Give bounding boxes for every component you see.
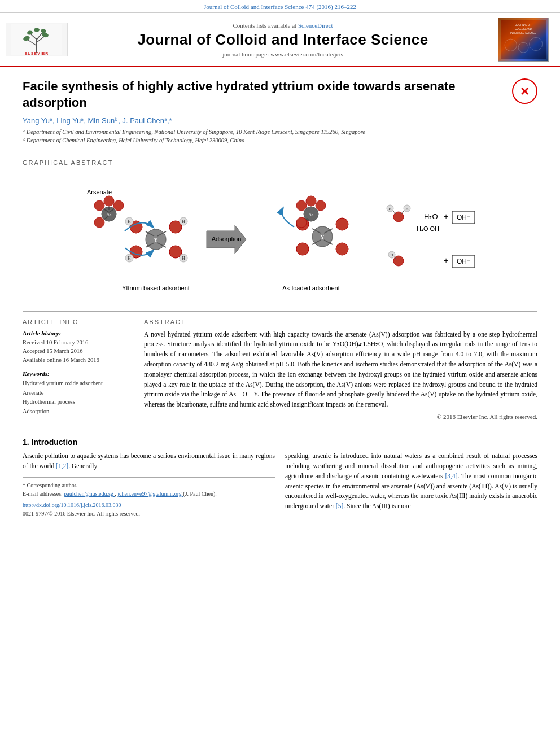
svg-point-55 [336, 243, 348, 255]
svg-text:OH⁻: OH⁻ [457, 257, 470, 265]
svg-point-42 [104, 196, 114, 206]
journal-title: Journal of Colloid and Interface Science [68, 31, 498, 49]
svg-point-53 [336, 218, 348, 230]
svg-text:H₂O: H₂O [424, 212, 438, 221]
svg-point-64 [296, 217, 307, 228]
intro-left-text: Arsenic pollution to aquatic systems has… [23, 451, 275, 471]
divider-2 [23, 311, 537, 312]
journal-header: ELSEVIER Contents lists available at Sci… [0, 13, 560, 67]
copyright-line: © 2016 Elsevier Inc. All rights reserved… [144, 413, 537, 420]
available-online-date: Available online 16 March 2016 [23, 356, 133, 365]
article-info-label: ARTICLE INFO [23, 318, 133, 325]
affiliation-b: ᵇ Department of Chemical Engineering, He… [23, 137, 537, 145]
intro-left-paragraph: Arsenic pollution to aquatic systems has… [23, 452, 275, 469]
svg-text:ELSEVIER: ELSEVIER [25, 51, 49, 55]
svg-text:Y: Y [321, 234, 325, 240]
article-history-title: Article history: [23, 330, 133, 337]
intro-right-text: speaking, arsenic is introduced into nat… [285, 452, 537, 509]
graphical-abstract-label: GRAPHICAL ABSTRACT [23, 159, 537, 166]
keyword-1: Hydrated yttrium oxide adsorbent [23, 379, 133, 388]
homepage-line: journal homepage: www.elsevier.com/locat… [68, 51, 498, 58]
keyword-4: Adsorption [23, 407, 133, 417]
svg-text:H: H [182, 256, 185, 261]
crossmark-icon: ✕ [520, 85, 530, 98]
svg-text:Y: Y [154, 237, 158, 243]
article-info-abstract: ARTICLE INFO Article history: Received 1… [23, 318, 537, 421]
svg-point-10 [34, 28, 40, 32]
article-title-section: Facile synthesis of highly active hydrat… [23, 67, 537, 116]
authors-text: Yang Yuᵃ, Ling Yuᵃ, Min Sunᵇ, J. Paul Ch… [23, 116, 172, 125]
footnote-section: * Corresponding author. E-mail addresses… [23, 477, 275, 518]
svg-text:H: H [128, 256, 131, 261]
email-note: E-mail addresses: paulchen@nus.edu.sg , … [23, 490, 275, 498]
corresponding-author-note: * Corresponding author. [23, 481, 275, 490]
elsevier-tree-svg: ELSEVIER [11, 24, 62, 55]
abstract-column: ABSTRACT A novel hydrated yttrium oxide … [144, 318, 537, 421]
svg-text:H: H [390, 253, 393, 257]
logo-box: ELSEVIER [6, 23, 68, 56]
svg-text:H: H [128, 219, 131, 224]
introduction-title: 1. Introduction [23, 438, 537, 447]
email-link-1[interactable]: paulchen@nus.edu.sg [64, 491, 115, 497]
elsevier-logo: ELSEVIER [6, 23, 68, 56]
svg-point-63 [316, 200, 326, 211]
graphical-abstract-container: H H H H Y As Arsenate [23, 172, 537, 304]
intro-left-col: Arsenic pollution to aquatic systems has… [23, 451, 275, 518]
svg-point-54 [296, 243, 309, 255]
svg-text:Arsenate: Arsenate [87, 189, 112, 195]
divider-3 [23, 427, 537, 427]
svg-text:JOURNAL OF: JOURNAL OF [515, 24, 531, 27]
main-content: Facile synthesis of highly active hydrat… [0, 67, 560, 518]
svg-text:OH⁻: OH⁻ [457, 213, 470, 221]
divider-1 [23, 152, 537, 152]
doi-link[interactable]: http://dx.doi.org/10.1016/j.jcis.2016.03… [23, 502, 121, 508]
svg-text:Adsorption: Adsorption [212, 235, 242, 242]
abstract-label: ABSTRACT [144, 318, 537, 325]
svg-text:+: + [444, 256, 448, 265]
keywords-title: Keywords: [23, 370, 133, 377]
svg-point-65 [306, 196, 316, 206]
abstract-text: A novel hydrated yttrium oxide adsorbent… [144, 330, 537, 410]
svg-text:As-loaded adsorbent: As-loaded adsorbent [282, 285, 340, 291]
svg-text:Yttrium based adsorbent: Yttrium based adsorbent [122, 285, 190, 291]
keyword-2: Arsenate [23, 388, 133, 398]
svg-text:As: As [309, 212, 314, 217]
ref-5[interactable]: [5] [336, 503, 343, 509]
graphical-abstract-svg: H H H H Y As Arsenate [68, 177, 492, 296]
svg-text:H₂O    OH⁻: H₂O OH⁻ [417, 225, 443, 232]
cover-svg: JOURNAL OF COLLOID AND INTERFACE SCIENCE [501, 18, 546, 62]
svg-text:H: H [405, 207, 408, 211]
keyword-3: Hydrothermal process [23, 397, 133, 407]
received-date: Received 10 February 2016 [23, 338, 133, 347]
svg-point-62 [296, 200, 307, 211]
doi-line: http://dx.doi.org/10.1016/j.jcis.2016.03… [23, 501, 275, 509]
svg-text:INTERFACE SCIENCE: INTERFACE SCIENCE [510, 32, 536, 34]
contents-line: Contents lists available at ScienceDirec… [68, 22, 498, 29]
sciencedirect-link[interactable]: ScienceDirect [298, 22, 333, 29]
svg-text:COLLOID AND: COLLOID AND [515, 28, 532, 30]
svg-text:+: + [444, 212, 448, 221]
svg-point-39 [94, 200, 104, 211]
svg-text:H: H [388, 207, 391, 211]
article-info-column: ARTICLE INFO Article history: Received 1… [23, 318, 133, 421]
article-title: Facile synthesis of highly active hydrat… [23, 78, 512, 111]
ref-1-2[interactable]: [1,2] [56, 462, 68, 469]
introduction-section: 1. Introduction Arsenic pollution to aqu… [23, 438, 537, 518]
affiliation-a: ᵃ Department of Civil and Environmental … [23, 128, 537, 137]
intro-right-col: speaking, arsenic is introduced into nat… [285, 451, 537, 518]
accepted-date: Accepted 15 March 2016 [23, 347, 133, 356]
issn-line: 0021-9797/© 2016 Elsevier Inc. All right… [23, 509, 275, 518]
journal-header-center: Contents lists available at ScienceDirec… [68, 22, 498, 58]
intro-two-col: Arsenic pollution to aquatic systems has… [23, 451, 537, 518]
authors-line: Yang Yuᵃ, Ling Yuᵃ, Min Sunᵇ, J. Paul Ch… [23, 116, 537, 125]
svg-text:H: H [182, 219, 185, 224]
journal-citation-bar: Journal of Colloid and Interface Science… [0, 0, 560, 13]
affiliations: ᵃ Department of Civil and Environmental … [23, 128, 537, 145]
svg-point-41 [94, 217, 104, 228]
svg-point-40 [113, 200, 124, 211]
crossmark-logo[interactable]: ✕ [512, 78, 537, 104]
ref-3-4[interactable]: [3,4] [445, 473, 458, 479]
email-link-2[interactable]: jchen.enve97@gtalumni.org [117, 491, 183, 497]
journal-citation-text: Journal of Colloid and Interface Science… [204, 3, 356, 10]
journal-cover-image: JOURNAL OF COLLOID AND INTERFACE SCIENCE [498, 18, 549, 62]
